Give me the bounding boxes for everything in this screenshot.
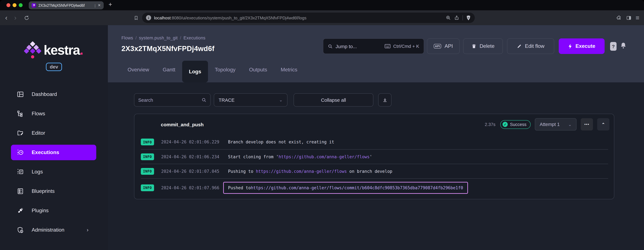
logs-content: TRACE ⌄ Collapse all commit_and_push 2.3… — [108, 82, 644, 250]
download-icon — [382, 98, 388, 102]
log-level-badge: INFO — [141, 168, 154, 174]
delete-button[interactable]: Delete — [463, 38, 503, 54]
execute-button[interactable]: Execute — [559, 38, 604, 54]
log-search-field[interactable] — [134, 93, 210, 106]
search-input[interactable] — [138, 98, 202, 102]
task-log-panel: commit_and_push 2.37s ✓ Success Attempt … — [134, 114, 614, 199]
url-host: localhost — [154, 15, 171, 20]
sidebar-nav: Dashboard Flows Editor — [0, 86, 108, 238]
tab-outputs[interactable]: Outputs — [242, 61, 274, 79]
page-title: 2X3x2TMqX5NfvFPDj4wd6f — [122, 44, 214, 53]
breadcrumb-executions[interactable]: Executions — [184, 36, 206, 40]
help-button[interactable]: ? — [610, 42, 616, 51]
task-panel-header: commit_and_push 2.37s ✓ Success Attempt … — [134, 114, 614, 135]
collapse-panel-button[interactable]: ⌃ — [597, 118, 610, 130]
jump-to-search[interactable]: Jump to... Ctrl/Cmd + K — [323, 38, 424, 54]
blueprints-icon — [17, 188, 24, 195]
bookmark-icon[interactable] — [134, 10, 138, 25]
brave-shield-icon[interactable] — [466, 15, 471, 20]
browser-toolbar: ‹ › i localhost:8080/ui/executions/syste… — [0, 10, 644, 25]
check-circle-icon: ✓ — [502, 122, 508, 127]
window-zoom-button[interactable] — [19, 3, 22, 7]
window-close-button[interactable] — [6, 3, 10, 7]
log-link[interactable]: https://github.com/anna-geller/flows — [256, 169, 347, 174]
sidebar-item-dashboard[interactable]: Dashboard — [11, 86, 96, 102]
dashboard-icon — [17, 91, 24, 98]
tab-topology[interactable]: Topology — [208, 61, 242, 79]
sidebar-item-flows[interactable]: Flows — [11, 106, 96, 122]
env-badge: dev — [46, 63, 62, 71]
lightning-bolt-icon — [568, 44, 572, 49]
tab-title: 2X3x2TMqX5NfvFPDj4wd6f — [38, 4, 92, 7]
task-name[interactable]: commit_and_push — [161, 122, 204, 127]
attempt-select[interactable]: Attempt 1 ⌄ — [535, 118, 576, 130]
log-level-badge: INFO — [141, 184, 154, 191]
sidebar-item-blueprints[interactable]: Blueprints — [11, 184, 96, 199]
site-info-icon[interactable]: i — [146, 15, 151, 20]
log-link[interactable]: https://github.com/anna-geller/flows/com… — [251, 185, 463, 190]
kestra-wordmark: kestra. — [44, 42, 83, 58]
tab-caret: | — [95, 4, 96, 7]
trash-icon — [472, 44, 476, 49]
folder-edit-icon — [17, 130, 24, 137]
tab-gantt[interactable]: Gantt — [156, 61, 182, 79]
forward-icon[interactable]: › — [14, 10, 16, 25]
log-link[interactable]: https://github.com/anna-geller/flows — [278, 154, 370, 159]
tab-close-icon[interactable]: ✕ — [98, 3, 101, 8]
sidebar: kestra. dev Dashboard Flows — [0, 25, 108, 250]
kestra-logo[interactable]: kestra. — [0, 41, 108, 59]
zoom-in-icon[interactable] — [446, 15, 451, 20]
log-row: INFO 2024-04-26 02:01:07.966 Pushed to h… — [141, 178, 608, 197]
tab-logs[interactable]: Logs — [182, 61, 208, 82]
kestra-logo-icon — [25, 41, 40, 59]
search-icon — [328, 44, 333, 48]
edit-flow-button[interactable]: Edit flow — [507, 38, 554, 54]
plugins-icon — [17, 207, 24, 214]
sidebar-item-administration[interactable]: Administration › — [11, 222, 96, 238]
reload-icon[interactable] — [24, 10, 30, 25]
browser-tab[interactable]: 2X3x2TMqX5NfvFPDj4wd6f | ✕ — [29, 1, 104, 9]
extensions-puzzle-icon[interactable] — [616, 10, 622, 25]
window-minimize-button[interactable] — [12, 3, 16, 7]
back-icon[interactable]: ‹ — [5, 10, 8, 25]
api-button[interactable]: API API — [427, 38, 460, 54]
log-timestamp: 2024-04-26 02:01:06.234 — [161, 154, 220, 159]
sidebar-item-executions[interactable]: Executions — [11, 145, 96, 160]
breadcrumb: Flows/system.push_to_git/Executions — [122, 36, 206, 40]
shield-account-icon — [17, 226, 24, 234]
log-level-select[interactable]: TRACE ⌄ — [214, 93, 288, 106]
log-timestamp: 2024-04-26 02:01:07.966 — [161, 185, 220, 190]
collapse-all-button[interactable]: Collapse all — [294, 93, 373, 106]
log-message: Pushed to https://github.com/anna-geller… — [223, 182, 468, 194]
address-bar[interactable]: i localhost:8080/ui/executions/system/pu… — [142, 12, 475, 23]
browser-tabstrip: 2X3x2TMqX5NfvFPDj4wd6f | ✕ + — [0, 0, 644, 10]
log-row: INFO 2024-04-26 02:01:07.045 Pushing to … — [141, 164, 608, 178]
keyboard-icon — [385, 44, 391, 48]
log-message: Branch develop does not exist, creating … — [223, 140, 339, 144]
log-message: Pushing to https://github.com/anna-gelle… — [223, 169, 397, 174]
share-icon[interactable] — [454, 15, 459, 20]
tab-metrics[interactable]: Metrics — [274, 61, 304, 79]
url-text: localhost:8080/ui/executions/system/push… — [154, 15, 443, 20]
sidebar-toggle-icon[interactable] — [626, 10, 632, 25]
new-tab-button[interactable]: + — [108, 1, 112, 8]
breadcrumb-flows[interactable]: Flows — [122, 36, 133, 40]
sidebar-item-plugins[interactable]: Plugins — [11, 203, 96, 218]
search-icon — [202, 98, 206, 102]
flows-icon — [17, 110, 24, 117]
sidebar-item-logs[interactable]: Logs — [11, 164, 96, 180]
browser-menu-icon[interactable]: ≡ — [636, 10, 639, 25]
executions-icon — [17, 149, 24, 156]
chevron-down-icon: ⌄ — [568, 122, 572, 127]
log-row: INFO 2024-04-26 02:01:06.229 Branch deve… — [141, 135, 608, 149]
log-message: Start cloning from 'https://github.com/a… — [223, 154, 377, 159]
breadcrumb-namespace-flow[interactable]: system.push_to_git — [139, 36, 178, 40]
chevron-down-icon: ⌄ — [279, 98, 282, 102]
notifications-bell-icon[interactable] — [620, 42, 626, 49]
log-level-badge: INFO — [141, 153, 154, 160]
more-options-button[interactable]: ••• — [581, 118, 593, 130]
sidebar-item-editor[interactable]: Editor — [11, 125, 96, 141]
download-logs-button[interactable] — [378, 93, 392, 106]
chevron-right-icon: › — [87, 227, 88, 233]
tab-overview[interactable]: Overview — [121, 61, 156, 79]
